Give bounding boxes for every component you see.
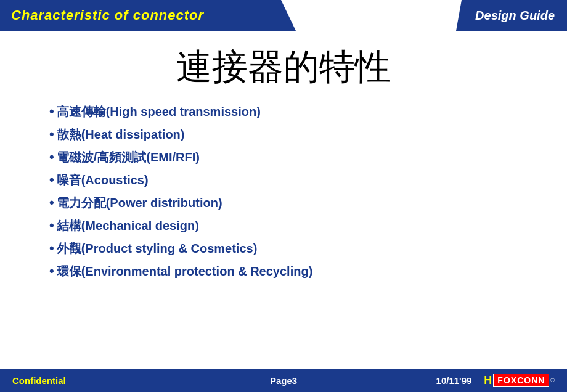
header-right: Design Guide <box>456 0 567 31</box>
bullet-item: 電力分配(Power distribution) <box>49 195 518 211</box>
footer-confidential: Confidential <box>12 375 66 386</box>
bullet-item: 外觀(Product styling & Cosmetics) <box>49 240 518 257</box>
footer-page: Page3 <box>270 375 297 386</box>
header-title-bg: Characteristic of connector <box>0 0 296 31</box>
header-title: Characteristic of connector <box>11 7 204 23</box>
page-heading: 連接器的特性 <box>49 43 518 91</box>
bullet-item: 高速傳輸(High speed transmission) <box>49 104 518 120</box>
bullet-item: 電磁波/高頻測試(EMI/RFI) <box>49 149 518 166</box>
bullet-item: 散熱(Heat dissipation) <box>49 126 518 143</box>
footer: Confidential Page3 10/11'99 H FOXCONN® <box>0 369 567 392</box>
logo-reg: ® <box>550 377 555 383</box>
footer-right: 10/11'99 H FOXCONN® <box>436 374 555 387</box>
logo-h: H <box>484 374 492 387</box>
logo-foxconn-text: FOXCONN <box>493 374 549 387</box>
bullet-list: 高速傳輸(High speed transmission)散熱(Heat dis… <box>49 104 518 280</box>
footer-date: 10/11'99 <box>436 375 472 386</box>
main-content: 連接器的特性 高速傳輸(High speed transmission)散熱(H… <box>0 31 567 292</box>
design-guide-label: Design Guide <box>475 9 555 23</box>
header: Characteristic of connector Design Guide <box>0 0 567 31</box>
foxconn-logo: H FOXCONN® <box>484 374 555 387</box>
bullet-item: 環保(Environmental protection & Recycling) <box>49 263 518 280</box>
bullet-item: 結構(Mechanical design) <box>49 218 518 234</box>
bullet-item: 噪音(Acoustics) <box>49 172 518 189</box>
